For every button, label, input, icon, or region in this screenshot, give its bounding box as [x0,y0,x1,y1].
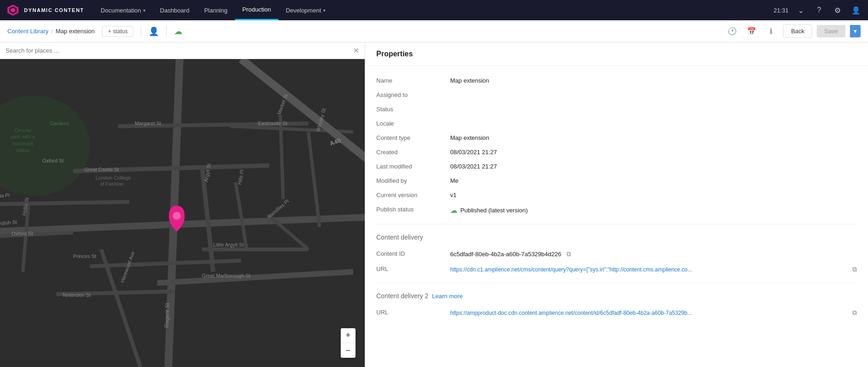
left-panel: ✕ Circular park with a landmark statue [0,42,365,367]
nav-development[interactable]: Development ▾ [278,0,333,20]
expand-icon[interactable]: ⌄ [794,4,807,17]
publish-status-label: Publish status [376,206,450,213]
published-badge: ☁ Published (latest version) [450,206,857,215]
prop-row-locale: Locale [376,116,857,131]
name-value: Map extension [450,77,857,84]
main-content: ✕ Circular park with a landmark statue [0,42,868,367]
svg-text:London College: London College [96,175,131,180]
assigned-to-label: Assigned to [376,91,450,98]
content-id-label: Content ID [376,250,450,257]
settings-icon[interactable]: ⚙ [831,4,844,17]
cloud-save-icon[interactable]: ☁ [174,26,182,36]
breadcrumb-current: Map extension [56,28,95,35]
zoom-out-button[interactable]: − [341,343,356,358]
cloud-published-icon: ☁ [450,206,458,215]
current-version-value: v1 [450,192,857,199]
last-modified-value: 08/03/2021 21:27 [450,163,857,170]
prop-row-url: URL https://cdn.c1.amplience.net/cms/con… [376,262,857,277]
url-label: URL [376,265,450,272]
search-bar-container: ✕ [0,42,365,59]
svg-text:Princes St: Princes St [73,253,96,259]
map-zoom-controls: + − [341,328,356,358]
svg-text:Oxford St: Oxford St [12,231,33,236]
calendar-icon[interactable]: 📅 [744,24,759,39]
url-2-value-wrap: https://ampproduct-doc.cdn.content.ampli… [450,309,857,317]
nav-dashboard[interactable]: Dashboard [153,0,197,20]
nav-planning[interactable]: Planning [197,0,235,20]
nav-production[interactable]: Production [235,0,278,20]
created-value: 08/03/2021 21:27 [450,149,857,156]
breadcrumb: Content Library / Map extension [7,28,95,35]
prop-row-current-version: Current version v1 [376,188,857,202]
prop-row-last-modified: Last modified 08/03/2021 21:27 [376,159,857,174]
content-delivery-title: Content delivery [376,230,857,247]
divider-1 [376,224,857,224]
status-button[interactable]: + status [102,26,133,37]
top-nav: DYNAMIC CONTENT Documentation ▾ Dashboar… [0,0,868,20]
divider-2 [376,283,857,283]
right-panel: Properties Name Map extension Assigned t… [365,42,868,367]
toolbar: Content Library / Map extension + status… [0,20,868,42]
properties-section: Name Map extension Assigned to Status Lo… [365,66,868,328]
learn-more-link[interactable]: Learn more [432,293,463,300]
clock-display: 21:31 [773,7,789,14]
svg-text:Gardens: Gardens [50,120,69,126]
properties-header: Properties [365,42,868,66]
search-input[interactable] [6,47,353,54]
chevron-down-icon-dev: ▾ [323,8,326,13]
url-link[interactable]: https://cdn.c1.amplience.net/cms/content… [450,266,847,273]
publish-status-value: ☁ Published (latest version) [450,206,857,215]
locale-label: Locale [376,120,450,127]
svg-text:Eastcastle St: Eastcastle St [258,120,288,126]
zoom-in-button[interactable]: + [341,328,356,343]
content-delivery-2-header: Content delivery 2 Learn more [376,289,857,305]
save-button: Save [817,25,845,37]
last-modified-label: Last modified [376,163,450,170]
user-account-icon[interactable]: 👤 [850,4,862,17]
copy-url-icon[interactable]: ⧉ [852,265,857,273]
prop-row-status: Status [376,102,857,116]
back-button[interactable]: Back [783,24,812,38]
nav-documentation[interactable]: Documentation ▾ [93,0,152,20]
svg-text:Oxford St: Oxford St [42,158,64,163]
history-icon[interactable]: 🕐 [725,24,740,39]
created-label: Created [376,149,450,156]
content-type-value: Map extension [450,134,857,141]
breadcrumb-root[interactable]: Content Library [7,28,48,35]
svg-text:statue: statue [16,147,30,153]
logo-icon [6,3,20,18]
svg-point-52 [173,212,181,220]
url-2-link[interactable]: https://ampproduct-doc.cdn.content.ampli… [450,310,847,316]
chevron-down-icon: ▾ [143,8,145,13]
nav-right: 21:31 ⌄ ? ⚙ 👤 [773,4,862,17]
toolbar-divider-2 [166,26,167,37]
name-label: Name [376,77,450,84]
info-icon[interactable]: ℹ [764,24,778,39]
modified-by-label: Modified by [376,177,450,184]
prop-row-publish-status: Publish status ☁ Published (latest versi… [376,202,857,218]
prop-row-modified-by: Modified by Me [376,174,857,188]
svg-text:Margaret St: Margaret St [135,120,161,126]
person-icon[interactable]: 👤 [149,26,159,36]
prop-row-assigned: Assigned to [376,88,857,102]
logo-area: DYNAMIC CONTENT [6,3,84,18]
help-icon[interactable]: ? [813,4,826,17]
content-type-label: Content type [376,134,450,141]
nav-items: Documentation ▾ Dashboard Planning Produ… [93,0,773,20]
svg-text:Little Argyll St: Little Argyll St [213,242,244,247]
map-svg: Circular park with a landmark statue [0,59,365,367]
svg-text:park with a: park with a [11,134,36,139]
modified-by-value: Me [450,177,857,184]
svg-text:Circular: Circular [14,127,32,133]
save-dropdown-button[interactable]: ▾ [850,25,861,37]
svg-text:landmark: landmark [13,141,34,146]
close-icon[interactable]: ✕ [353,46,359,55]
copy-content-id-icon[interactable]: ⧉ [567,250,571,258]
app-title: DYNAMIC CONTENT [24,7,84,13]
toolbar-right: 🕐 📅 ℹ Back Save ▾ [725,24,861,39]
copy-url-2-icon[interactable]: ⧉ [852,309,857,317]
breadcrumb-separator: / [51,28,53,35]
prop-row-created: Created 08/03/2021 21:27 [376,145,857,159]
svg-text:of Fashion: of Fashion [100,181,124,187]
svg-text:Great Castle St: Great Castle St [84,167,119,172]
